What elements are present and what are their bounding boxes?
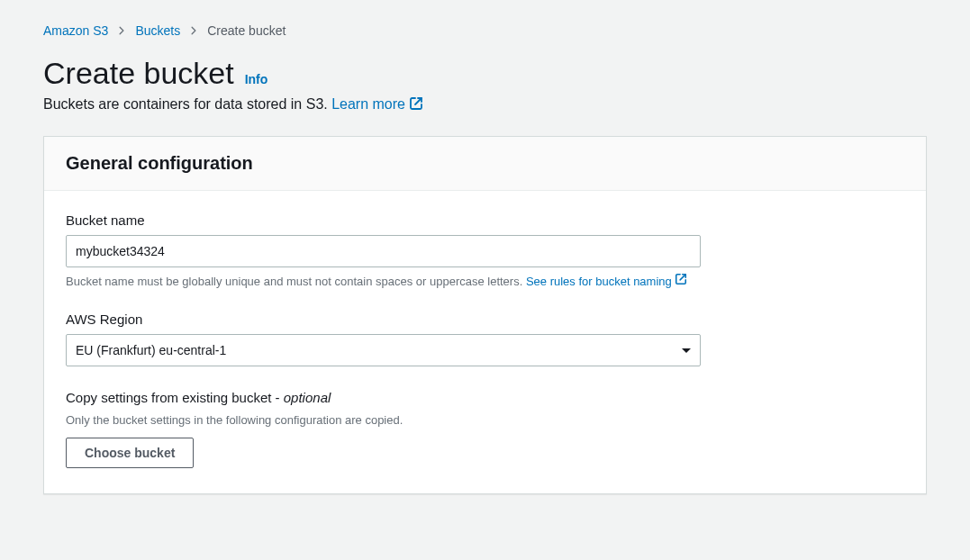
breadcrumb-amazon-s3[interactable]: Amazon S3 <box>43 23 108 38</box>
aws-region-select[interactable]: EU (Frankfurt) eu-central-1 <box>66 334 701 366</box>
general-configuration-panel: General configuration Bucket name Bucket… <box>43 136 927 494</box>
bucket-name-input[interactable] <box>66 235 701 267</box>
aws-region-label: AWS Region <box>66 312 904 327</box>
panel-header: General configuration <box>44 137 926 191</box>
copy-settings-description: Only the bucket settings in the followin… <box>66 412 904 429</box>
chevron-right-icon <box>189 26 198 35</box>
external-link-icon <box>675 275 687 288</box>
page-subtitle: Buckets are containers for data stored i… <box>43 96 927 114</box>
bucket-name-hint-text: Bucket name must be globally unique and … <box>66 275 526 288</box>
bucket-name-hint: Bucket name must be globally unique and … <box>66 273 904 288</box>
chevron-right-icon <box>117 26 126 35</box>
external-link-icon <box>409 98 423 113</box>
breadcrumb-current: Create bucket <box>207 23 286 38</box>
panel-title: General configuration <box>66 153 904 174</box>
bucket-name-label: Bucket name <box>66 212 904 228</box>
copy-settings-label: Copy settings from existing bucket - opt… <box>66 390 904 405</box>
breadcrumb-buckets[interactable]: Buckets <box>135 23 180 38</box>
aws-region-field: AWS Region EU (Frankfurt) eu-central-1 <box>66 312 904 366</box>
bucket-name-field: Bucket name Bucket name must be globally… <box>66 212 904 288</box>
choose-bucket-button[interactable]: Choose bucket <box>66 438 194 468</box>
subtitle-text: Buckets are containers for data stored i… <box>43 96 331 112</box>
aws-region-value: EU (Frankfurt) eu-central-1 <box>66 334 701 366</box>
breadcrumb: Amazon S3 Buckets Create bucket <box>43 23 927 38</box>
bucket-naming-rules-link[interactable]: See rules for bucket naming <box>526 275 688 288</box>
info-link[interactable]: Info <box>245 72 268 86</box>
learn-more-link[interactable]: Learn more <box>331 96 423 112</box>
copy-settings-field: Copy settings from existing bucket - opt… <box>66 390 904 468</box>
page-title: Create bucket <box>43 56 234 91</box>
